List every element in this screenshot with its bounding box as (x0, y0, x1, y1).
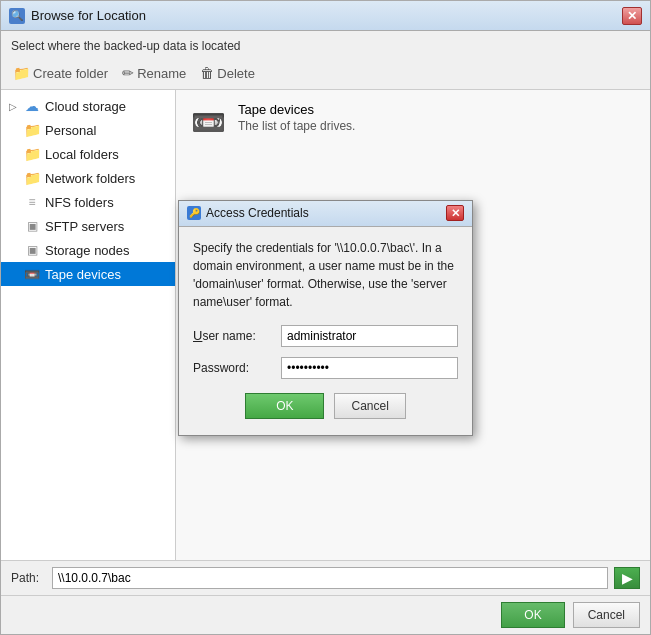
dialog-title-left: 🔑 Access Credentials (187, 206, 309, 220)
dialog-ok-button[interactable]: OK (245, 393, 324, 419)
access-credentials-dialog: 🔑 Access Credentials ✕ Specify the crede… (178, 200, 473, 436)
password-label: Password: (193, 361, 281, 375)
password-input[interactable] (281, 357, 458, 379)
main-window: 🔍 Browse for Location ✕ Select where the… (0, 0, 651, 635)
username-input[interactable] (281, 325, 458, 347)
username-row: User name: (193, 325, 458, 347)
dialog-title-icon: 🔑 (187, 206, 201, 220)
dialog-message: Specify the credentials for '\\10.0.0.7\… (193, 239, 458, 311)
username-label: User name: (193, 328, 281, 343)
dialog-title-bar: 🔑 Access Credentials ✕ (179, 201, 472, 227)
dialog-body: Specify the credentials for '\\10.0.0.7\… (179, 227, 472, 435)
password-row: Password: (193, 357, 458, 379)
dialog-cancel-button[interactable]: Cancel (334, 393, 405, 419)
dialog-title: Access Credentials (206, 206, 309, 220)
dialog-buttons: OK Cancel (193, 393, 458, 423)
dialog-overlay: 🔑 Access Credentials ✕ Specify the crede… (1, 1, 650, 634)
dialog-close-button[interactable]: ✕ (446, 205, 464, 221)
